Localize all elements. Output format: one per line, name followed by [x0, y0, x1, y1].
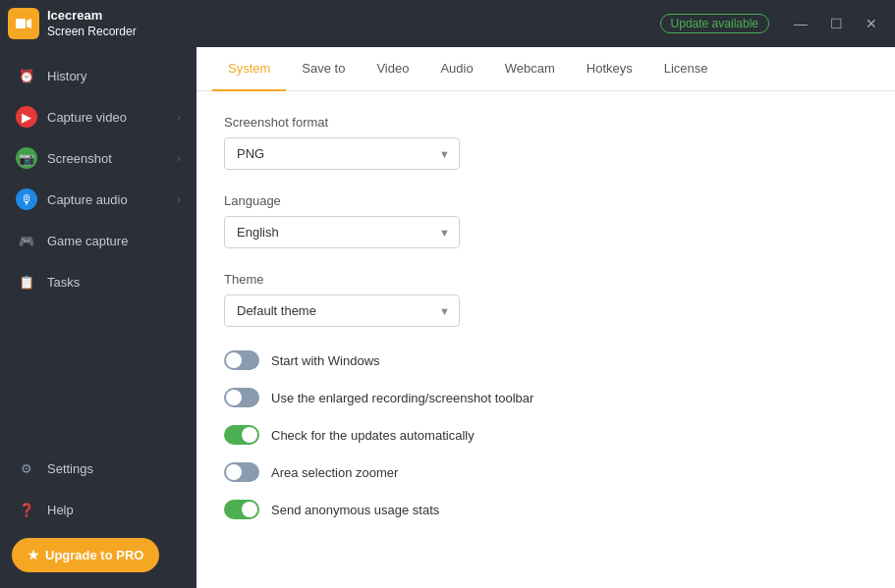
sidebar-label-capture-video: Capture video: [47, 110, 127, 125]
help-icon: ❓: [16, 499, 37, 520]
toggle-area-zoomer-switch[interactable]: [224, 462, 259, 482]
game-icon: 🎮: [16, 230, 37, 251]
toggle-anonymous-stats: Send anonymous usage stats: [224, 500, 867, 519]
app-branding: Icecream Screen Recorder: [8, 8, 137, 39]
minimize-button[interactable]: —: [785, 8, 816, 39]
toggle-check-updates: Check for the updates automatically: [224, 425, 867, 445]
clock-icon: ⏰: [16, 65, 37, 86]
tab-save-to[interactable]: Save to: [286, 47, 361, 91]
toggle-start-windows-label: Start with Windows: [271, 353, 380, 368]
sidebar-item-settings[interactable]: ⚙ Settings: [0, 448, 196, 489]
toggle-check-updates-label: Check for the updates automatically: [271, 428, 475, 443]
tab-audio[interactable]: Audio: [424, 47, 488, 91]
sidebar-label-help: Help: [47, 503, 74, 517]
toggle-enlarged-toolbar-switch[interactable]: [224, 388, 259, 407]
theme-select-wrapper: Default theme Dark theme Light theme ▼: [224, 294, 460, 327]
tab-hotkeys[interactable]: Hotkeys: [571, 47, 648, 91]
theme-select[interactable]: Default theme Dark theme Light theme: [224, 294, 460, 327]
toggle-start-with-windows: Start with Windows: [224, 350, 867, 370]
svg-rect-0: [16, 19, 26, 28]
theme-label: Theme: [224, 272, 867, 287]
sidebar: ⏰ History ▶ Capture video › 📷 Screenshot…: [0, 47, 196, 588]
sidebar-item-history[interactable]: ⏰ History: [0, 55, 196, 96]
toggle-check-updates-switch[interactable]: [224, 425, 259, 445]
screenshot-format-select[interactable]: PNG JPG BMP: [224, 137, 460, 170]
close-button[interactable]: ✕: [856, 8, 887, 39]
screenshot-format-label: Screenshot format: [224, 115, 867, 130]
content-area: System Save to Video Audio Webcam Hotkey…: [196, 47, 895, 588]
expand-arrow-icon: ›: [177, 193, 181, 205]
screenshot-format-group: Screenshot format PNG JPG BMP ▼: [224, 115, 867, 170]
toggle-knob: [242, 427, 257, 443]
toggle-knob: [226, 352, 242, 368]
sidebar-label-settings: Settings: [47, 461, 93, 476]
sidebar-item-game-capture[interactable]: 🎮 Game capture: [0, 220, 196, 261]
tab-webcam[interactable]: Webcam: [489, 47, 571, 91]
app-name: Icecream Screen Recorder: [47, 8, 137, 39]
language-label: Language: [224, 193, 867, 208]
tasks-icon: 📋: [16, 271, 37, 293]
settings-panel: Screenshot format PNG JPG BMP ▼ Language…: [196, 91, 895, 588]
expand-arrow-icon: ›: [177, 152, 181, 164]
toggle-area-zoomer-label: Area selection zoomer: [271, 465, 398, 480]
toggle-knob: [242, 502, 257, 517]
toggle-anonymous-stats-switch[interactable]: [224, 500, 259, 519]
sidebar-spacer: [0, 302, 196, 448]
window-controls: Update available — ☐ ✕: [660, 8, 887, 39]
sidebar-label-game-capture: Game capture: [47, 234, 128, 248]
toggle-enlarged-toolbar-label: Use the enlarged recording/screenshot to…: [271, 391, 533, 405]
sidebar-item-tasks[interactable]: 📋 Tasks: [0, 261, 196, 302]
toggle-start-windows-switch[interactable]: [224, 350, 259, 370]
toggle-enlarged-toolbar: Use the enlarged recording/screenshot to…: [224, 388, 867, 407]
sidebar-item-capture-video[interactable]: ▶ Capture video ›: [0, 96, 196, 137]
update-badge[interactable]: Update available: [660, 14, 769, 33]
tabs-bar: System Save to Video Audio Webcam Hotkey…: [196, 47, 895, 91]
language-select-wrapper: English Spanish French ▼: [224, 216, 460, 248]
language-group: Language English Spanish French ▼: [224, 193, 867, 248]
toggle-knob: [226, 390, 242, 405]
tab-license[interactable]: License: [648, 47, 724, 91]
expand-arrow-icon: ›: [177, 111, 181, 123]
titlebar: Icecream Screen Recorder Update availabl…: [0, 0, 895, 47]
sidebar-item-capture-audio[interactable]: 🎙 Capture audio ›: [0, 179, 196, 220]
tab-system[interactable]: System: [212, 47, 286, 91]
language-select[interactable]: English Spanish French: [224, 216, 460, 248]
sidebar-bottom: ⚙ Settings ❓ Help ★ Upgrade to PRO: [0, 448, 196, 588]
screenshot-icon: 📷: [16, 147, 37, 169]
sidebar-label-history: History: [47, 69, 86, 83]
theme-group: Theme Default theme Dark theme Light the…: [224, 272, 867, 327]
sidebar-label-capture-audio: Capture audio: [47, 192, 128, 207]
tab-video[interactable]: Video: [361, 47, 424, 91]
sidebar-item-screenshot[interactable]: 📷 Screenshot ›: [0, 137, 196, 179]
video-icon: ▶: [16, 106, 37, 128]
sidebar-label-tasks: Tasks: [47, 275, 80, 290]
toggle-anonymous-stats-label: Send anonymous usage stats: [271, 503, 439, 517]
app-icon: [8, 8, 39, 39]
screenshot-format-select-wrapper: PNG JPG BMP ▼: [224, 137, 460, 170]
settings-icon: ⚙: [16, 457, 37, 479]
upgrade-button[interactable]: ★ Upgrade to PRO: [12, 538, 159, 572]
maximize-button[interactable]: ☐: [820, 8, 852, 39]
toggle-knob: [226, 464, 242, 480]
toggle-area-zoomer: Area selection zoomer: [224, 462, 867, 482]
star-icon: ★: [28, 548, 39, 562]
sidebar-item-help[interactable]: ❓ Help: [0, 489, 196, 530]
audio-icon: 🎙: [16, 188, 37, 210]
main-layout: ⏰ History ▶ Capture video › 📷 Screenshot…: [0, 47, 895, 588]
sidebar-label-screenshot: Screenshot: [47, 151, 112, 166]
svg-marker-1: [27, 19, 31, 28]
